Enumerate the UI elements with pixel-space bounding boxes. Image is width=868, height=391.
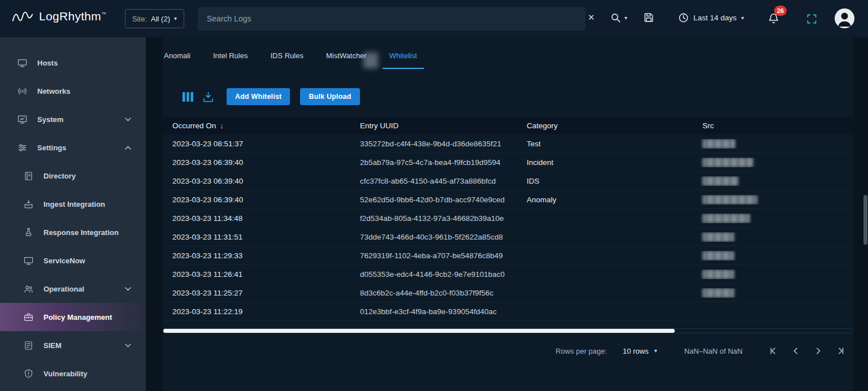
chevron-down-icon <box>125 118 131 121</box>
table-row[interactable]: 2023-03-23 11:29:33 7629319f-1102-4eba-a… <box>163 246 853 265</box>
column-header-category[interactable]: Category <box>517 121 693 130</box>
sidebar-item-label: Networks <box>37 87 71 95</box>
cell-entry-uuid: 73dde743-466d-40c3-961b-5f2622a85cd8 <box>350 233 517 241</box>
search-input[interactable] <box>207 14 576 23</box>
first-page-button[interactable] <box>769 346 778 355</box>
sidebar-item-label: Policy Management <box>44 313 112 322</box>
redacted-src-value <box>702 195 757 205</box>
next-page-button[interactable] <box>814 346 823 355</box>
sidebar-item-response-integration[interactable]: Response Integration <box>0 218 146 246</box>
user-avatar[interactable] <box>835 8 854 28</box>
table-row[interactable]: 2023-03-23 06:39:40 52e62d5d-9bb6-42d0-b… <box>163 190 853 209</box>
tab-whitelist[interactable]: Whitelist <box>383 51 424 69</box>
cell-occurred-on: 2023-03-23 11:29:33 <box>163 251 350 260</box>
topbar: LogRhythm™ Site: All (2) ▾ ✕ ▾ <box>0 0 868 37</box>
clear-search-icon[interactable]: ✕ <box>588 12 595 23</box>
cell-src <box>693 270 853 279</box>
sidebar-item-label: Vulnerability <box>44 370 88 378</box>
tab-mistwatcher[interactable]: MistWatcher <box>326 51 367 69</box>
sidebar: Hosts Networks System Settings <box>0 37 146 391</box>
column-header-occurred-on[interactable]: Occurred On ↓ <box>163 121 350 130</box>
sidebar-item-system[interactable]: System <box>0 105 146 133</box>
content-panel: Anomali Intel Rules IDS Rules MistWatche… <box>163 37 853 391</box>
horizontal-scrollbar-thumb[interactable] <box>163 329 675 333</box>
table-row[interactable]: 2023-03-23 06:39:40 2b5ab79a-97c5-4c7a-b… <box>163 153 853 172</box>
table-row[interactable]: 2023-03-23 11:31:51 73dde743-466d-40c3-9… <box>163 228 853 246</box>
cell-occurred-on: 2023-03-23 11:26:41 <box>163 270 350 279</box>
tab-ids-rules[interactable]: IDS Rules <box>270 51 303 69</box>
cell-entry-uuid: d055353e-edc4-4146-9cb2-9e7e9101bac0 <box>350 270 517 279</box>
sidebar-item-directory[interactable]: Directory <box>0 162 146 190</box>
download-button[interactable] <box>202 92 214 102</box>
site-selector[interactable]: Site: All (2) ▾ <box>125 9 184 28</box>
tab-anomali[interactable]: Anomali <box>164 51 190 69</box>
search-options-button[interactable]: ▾ <box>610 12 627 23</box>
chevron-down-icon: ▾ <box>654 348 657 354</box>
servicenow-monitor-icon <box>23 255 34 266</box>
sidebar-item-vulnerability[interactable]: Vulnerability <box>0 359 146 388</box>
save-search-button[interactable] <box>643 12 654 23</box>
redacted-src-value <box>702 214 750 223</box>
sidebar-item-servicenow[interactable]: ServiceNow <box>0 246 146 275</box>
fullscreen-button[interactable] <box>806 14 817 24</box>
ingest-box-icon <box>23 199 34 210</box>
sidebar-item-ingest-integration[interactable]: Ingest Integration <box>0 190 146 218</box>
sidebar-item-operational[interactable]: Operational <box>0 275 146 303</box>
brand-logo[interactable]: LogRhythm™ <box>11 9 106 24</box>
bulk-upload-button[interactable]: Bulk Upload <box>300 88 359 105</box>
table-row[interactable]: 2023-03-23 08:51:37 335272bd-c4f4-438e-9… <box>163 134 853 153</box>
site-selector-value: All (2) <box>151 15 170 23</box>
last-page-button[interactable] <box>836 346 845 355</box>
sidebar-item-label: Hosts <box>37 59 58 67</box>
horizontal-scrollbar-track[interactable] <box>163 328 853 333</box>
sidebar-item-label: System <box>37 115 63 124</box>
brand-name: LogRhythm™ <box>39 10 106 23</box>
columns-button[interactable] <box>183 92 193 102</box>
sort-descending-icon: ↓ <box>220 121 224 130</box>
table-row[interactable]: 2023-03-23 06:39:40 cfc37fc8-ab65-4150-a… <box>163 172 853 190</box>
add-whitelist-button[interactable]: Add Whitelist <box>227 88 290 105</box>
redacted-src-value <box>702 288 734 298</box>
column-header-entry-uuid[interactable]: Entry UUID <box>350 121 517 130</box>
rows-per-page-label: Rows per page: <box>555 347 607 355</box>
redacted-src-value <box>702 176 739 186</box>
rows-per-page-select[interactable]: 10 rows ▾ <box>623 347 657 355</box>
chevron-down-icon <box>125 287 131 291</box>
response-flask-icon <box>23 227 34 238</box>
column-header-src[interactable]: Src <box>693 121 853 130</box>
notification-count-badge: 26 <box>774 6 787 16</box>
vertical-scrollbar-thumb[interactable] <box>863 195 867 245</box>
blur-redaction <box>363 53 378 68</box>
table-row[interactable]: 2023-03-23 11:22:19 012e3bbf-e3cf-4f9a-b… <box>163 302 853 321</box>
sidebar-item-hosts[interactable]: Hosts <box>0 49 146 77</box>
table-body: 2023-03-23 08:51:37 335272bd-c4f4-438e-9… <box>163 134 853 321</box>
sidebar-item-siem[interactable]: SIEM <box>0 331 146 359</box>
app-root: LogRhythm™ Site: All (2) ▾ ✕ ▾ <box>0 0 868 391</box>
table-row[interactable]: 2023-03-23 11:25:27 8d3c6b2c-a44e-4ffd-b… <box>163 284 853 302</box>
previous-page-button[interactable] <box>791 346 800 355</box>
cell-entry-uuid: 2b5ab79a-97c5-4c7a-bea4-f9fcb19d9594 <box>350 158 517 167</box>
tab-intel-rules[interactable]: Intel Rules <box>213 51 248 69</box>
sidebar-item-networks[interactable]: Networks <box>0 77 146 105</box>
sidebar-item-label: Settings <box>37 144 66 152</box>
system-icon <box>16 114 28 125</box>
table-row[interactable]: 2023-03-23 11:34:48 f2d534ab-805a-4132-9… <box>163 209 853 228</box>
notifications-button[interactable]: 26 <box>767 12 780 25</box>
tab-bar: Anomali Intel Rules IDS Rules MistWatche… <box>163 37 853 69</box>
cell-category: Anomaly <box>517 196 693 204</box>
cell-entry-uuid: 012e3bbf-e3cf-4f9a-ba9e-939054fd40ac <box>350 307 517 316</box>
sidebar-item-label: Ingest Integration <box>44 200 105 208</box>
table-row[interactable]: 2023-03-23 11:26:41 d055353e-edc4-4146-9… <box>163 265 853 284</box>
time-range-selector[interactable]: Last 14 days ▾ <box>678 12 744 23</box>
redacted-src-value <box>702 139 735 149</box>
sidebar-item-settings[interactable]: Settings <box>0 133 146 162</box>
chevron-down-icon <box>125 344 131 347</box>
cell-src <box>693 232 853 242</box>
vulnerability-shield-icon <box>23 368 34 379</box>
redacted-src-value <box>702 270 734 279</box>
time-range-value: Last 14 days <box>693 14 737 22</box>
cell-src <box>693 288 853 298</box>
chevron-up-icon <box>125 146 131 150</box>
sidebar-item-policy-management[interactable]: Policy Management <box>0 303 146 331</box>
hosts-monitor-icon <box>16 58 28 68</box>
